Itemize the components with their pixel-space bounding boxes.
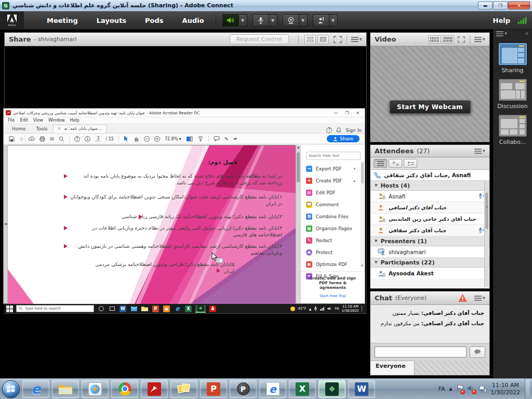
chrome-icon[interactable] [111,380,138,398]
microphone-dropdown[interactable]: ▼ [269,14,277,26]
dock-close-icon[interactable]: ✕ [525,31,529,36]
word-icon[interactable]: W [119,305,127,313]
start-button[interactable] [2,380,20,398]
weather-sun-icon[interactable] [290,307,295,311]
acrobat-minimize-button[interactable]: — [334,111,338,115]
action-center-flag-icon[interactable]: ✕ [457,384,463,393]
internet-explorer-2-icon[interactable]: e [259,380,286,398]
task-view-icon[interactable] [108,305,116,313]
media-player-icon[interactable] [82,380,109,398]
attendee-row[interactable]: جناب آقاي دكتر شقاقي [370,225,489,236]
acrobat-document-tab[interactable]: ✕ عنوان پايان نامه: ته... [53,125,107,133]
tray-network-icon[interactable] [320,307,325,311]
video-fullscreen-icon[interactable] [457,36,466,43]
raise-hand-button[interactable] [313,14,329,26]
acrobat-menu-file[interactable]: File [8,118,15,123]
zoom-in-icon[interactable]: + [154,136,160,142]
pdf-scrollbar[interactable]: ▲ [296,145,300,303]
attendee-list-view-button[interactable] [374,159,387,168]
acrobat-reader-taskbar-icon[interactable]: A [209,305,217,313]
layout-discussion-label[interactable]: Discussion [493,103,532,110]
attendee-row[interactable]: Aysooda Akest [370,268,489,279]
fullscreen-icon[interactable] [333,35,342,44]
internet-explorer-icon[interactable]: e [22,380,49,398]
tab-close-icon[interactable]: ✕ [58,126,61,131]
acrobat-close-button[interactable]: ✕ [356,111,360,115]
edge-icon[interactable]: e [174,305,181,313]
participants-section-header[interactable]: ▼ Participants (22) [370,258,489,268]
webcam-dropdown[interactable]: ▼ [299,14,308,26]
attendees-pod-menu-icon[interactable] [474,149,482,154]
tool-export-pdf[interactable]: → Export PDF▾ [306,163,361,175]
tray-microphone-icon[interactable] [314,307,317,311]
scroll-up-icon[interactable]: ▲ [296,145,300,149]
speaker-button[interactable] [222,14,239,26]
cloud-upload-icon[interactable] [29,136,35,141]
menu-meeting[interactable]: Meeting [37,17,87,24]
tool-comment[interactable]: 💬 Comment [306,199,361,211]
find-icon[interactable] [59,136,64,142]
close-button[interactable]: ✕ [508,2,530,9]
attendees-scrollbar[interactable]: ≡ [484,181,489,287]
microphone-button[interactable] [252,14,269,26]
layout-collaboration-label[interactable]: Collabo... [493,139,532,145]
tool-edit-pdf[interactable]: ▤ Edit PDF [306,187,361,199]
share-pod-menu-icon[interactable] [351,37,358,42]
chat-pod-menu-icon[interactable] [474,296,482,301]
draw-overlay-button[interactable] [304,35,316,44]
start-webcam-button[interactable]: Start My Webcam [389,100,471,114]
tool-organize-pages[interactable]: ▦ Organize Pages [306,223,361,235]
photo-viewer-icon[interactable] [170,380,197,398]
attendee-row[interactable]: shivaghamari [370,246,489,258]
collapse-triangle-icon[interactable]: ▼ [375,239,377,243]
layout-discussion-thumb[interactable] [499,79,527,101]
menu-help[interactable]: Help [493,17,510,24]
video-grid-view-icon[interactable] [428,35,441,44]
bookmark-star-icon[interactable]: ☆ [19,136,24,142]
layout-collaboration-thumb[interactable] [499,115,527,137]
page-number-field[interactable]: 3 [95,136,101,141]
select-tool-icon[interactable] [124,136,129,142]
minimize-button[interactable]: ▬ [478,2,493,9]
tray-language[interactable]: FA [335,307,339,311]
notification-bell-icon[interactable] [336,127,341,133]
page-up-icon[interactable]: ↑ [74,136,80,142]
acrobat-tab-tools[interactable]: Tools [31,125,53,133]
comment-icon[interactable] [214,136,220,141]
email-icon[interactable]: ✉ [50,136,54,142]
acrobat-menu-window[interactable]: Window [48,118,65,123]
start-button-icon[interactable] [6,305,13,312]
scrollbar-thumb[interactable] [297,152,300,182]
page-down-icon[interactable]: ↓ [85,136,90,142]
restore-button[interactable]: ❐ [493,2,508,9]
layout-sharing-label[interactable]: Sharing [493,67,532,74]
hand-tool-icon[interactable] [134,136,139,142]
chevron-up-icon[interactable]: ▴ [353,179,361,183]
speaker-dropdown[interactable]: ▼ [239,14,247,26]
menu-layouts[interactable]: Layouts [87,17,136,24]
excel-icon[interactable]: X [184,305,192,313]
powerpoint-icon[interactable]: P [152,305,159,313]
tool-optimize-pdf[interactable]: ▣ Optimize PDF [306,259,361,271]
acrobat-menu-help[interactable]: Help [70,118,79,123]
breakout-view-button[interactable] [389,159,402,168]
people-icon[interactable]: ◉ [163,305,170,313]
layout-sharing-thumb[interactable] [499,43,527,65]
chat-input[interactable] [375,347,467,357]
cortana-icon[interactable] [97,305,105,313]
taskbar-search-input[interactable]: Type here to search [16,305,94,312]
request-control-button[interactable]: Request Control [230,34,289,44]
hosts-section-header[interactable]: ▼ Hosts (4) [370,181,489,191]
signature-icon[interactable]: ✒ [233,136,237,142]
scrolling-mode-icon[interactable] [197,136,204,142]
video-pod-menu-icon[interactable] [474,37,482,42]
mail-icon[interactable] [130,305,138,313]
presenters-section-header[interactable]: ▼ Presenters (1) [370,236,489,246]
show-desktop-button[interactable] [525,379,530,399]
weather-temp[interactable]: 45°F [298,307,306,311]
tool-combine-files[interactable]: ⧉ Combine Files [306,211,361,223]
start-free-trial-link[interactable]: Start Free Trial [301,294,365,298]
tray-expand-icon[interactable]: ▲ [449,387,452,391]
help-question-icon[interactable]: ? [326,127,332,133]
webcam-button[interactable] [283,14,299,26]
